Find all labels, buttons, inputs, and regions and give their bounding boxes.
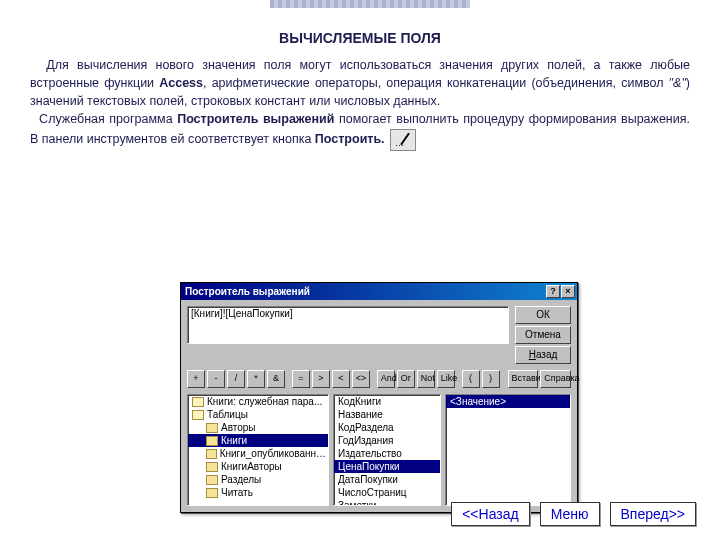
folder-icon xyxy=(192,410,204,420)
titlebar[interactable]: Построитель выражений ? × xyxy=(181,283,577,300)
expression-builder-window: Построитель выражений ? × [Книги]![ЦенаП… xyxy=(180,282,578,513)
amp-symbol: "&" xyxy=(669,76,686,90)
help-button[interactable]: Справка xyxy=(540,370,571,388)
field-item[interactable]: КодКниги xyxy=(334,395,440,408)
op-and-button[interactable]: And xyxy=(377,370,395,388)
field-item[interactable]: КодРаздела xyxy=(334,421,440,434)
folder-icon xyxy=(206,423,218,433)
close-window-button[interactable]: × xyxy=(561,285,575,298)
tree-label: КнигиАвторы xyxy=(221,460,282,473)
access-word: Access xyxy=(159,76,203,90)
text-span: Служебная программа xyxy=(39,112,177,126)
op-/-button[interactable]: / xyxy=(227,370,245,388)
page-title: ВЫЧИСЛЯЕМЫЕ ПОЛЯ xyxy=(0,30,720,46)
category-tree-pane[interactable]: Книги: служебная пара...ТаблицыАвторыКни… xyxy=(187,394,329,506)
folder-icon xyxy=(206,462,218,472)
tree-item[interactable]: Книги: служебная пара... xyxy=(188,395,328,408)
help-window-button[interactable]: ? xyxy=(546,285,560,298)
magic-wand-icon xyxy=(390,129,416,151)
op-<>-button[interactable]: <> xyxy=(352,370,370,388)
field-item[interactable]: Заметки xyxy=(334,499,440,506)
tree-label: Таблицы xyxy=(207,408,248,421)
nav-bar: <<Назад Меню Вперед>> xyxy=(451,502,696,526)
op-<-button[interactable]: < xyxy=(332,370,350,388)
op-like-button[interactable]: Like xyxy=(437,370,455,388)
builder-word: Построитель выражений xyxy=(177,112,334,126)
field-item[interactable]: ГодИздания xyxy=(334,434,440,447)
build-word: Построить. xyxy=(315,132,385,146)
value-pane[interactable]: <Значение> xyxy=(445,394,571,506)
field-item[interactable]: ЦенаПокупки xyxy=(334,460,440,473)
tree-item[interactable]: Книги xyxy=(188,434,328,447)
folder-icon xyxy=(192,397,204,407)
tree-label: Книги xyxy=(221,434,247,447)
folder-icon xyxy=(206,436,218,446)
undo-button[interactable]: Назад xyxy=(515,346,571,364)
builder-body: [Книги]![ЦенаПокупки] ОК Отмена Назад +-… xyxy=(181,300,577,512)
operator-row: +-/*&=><<>AndOrNotLike()ВставитьСправка xyxy=(187,370,571,388)
ok-button[interactable]: ОК xyxy=(515,306,571,324)
nav-menu-button[interactable]: Меню xyxy=(540,502,600,526)
titlebar-text: Построитель выражений xyxy=(185,286,545,297)
tree-label: Авторы xyxy=(221,421,256,434)
tree-item[interactable]: КнигиАвторы xyxy=(188,460,328,473)
field-list-pane[interactable]: КодКнигиНазваниеКодРазделаГодИзданияИзда… xyxy=(333,394,441,506)
value-item[interactable]: <Значение> xyxy=(446,395,570,408)
tree-item[interactable]: Таблицы xyxy=(188,408,328,421)
tree-label: Книги_опубликованн… xyxy=(220,447,326,460)
tree-item[interactable]: Разделы xyxy=(188,473,328,486)
nav-next-button[interactable]: Вперед>> xyxy=(610,502,697,526)
expression-input[interactable]: [Книги]![ЦенаПокупки] xyxy=(187,306,509,344)
text-span: , арифметические операторы, операция кон… xyxy=(203,76,669,90)
decorative-header-stripe xyxy=(270,0,470,8)
op---button[interactable]: - xyxy=(207,370,225,388)
op-=-button[interactable]: = xyxy=(292,370,310,388)
body-text: Для вычисления нового значения поля могу… xyxy=(30,56,690,151)
tree-label: Книги: служебная пара... xyxy=(207,395,322,408)
op-)-button[interactable]: ) xyxy=(482,370,500,388)
op-(-button[interactable]: ( xyxy=(462,370,480,388)
op-or-button[interactable]: Or xyxy=(397,370,415,388)
field-item[interactable]: Издательство xyxy=(334,447,440,460)
tree-item[interactable]: Читать xyxy=(188,486,328,499)
op-not-button[interactable]: Not xyxy=(417,370,435,388)
folder-icon xyxy=(206,449,217,459)
op-+-button[interactable]: + xyxy=(187,370,205,388)
op-*-button[interactable]: * xyxy=(247,370,265,388)
tree-item[interactable]: Авторы xyxy=(188,421,328,434)
folder-icon xyxy=(206,488,218,498)
tree-label: Разделы xyxy=(221,473,261,486)
op->-button[interactable]: > xyxy=(312,370,330,388)
nav-back-button[interactable]: <<Назад xyxy=(451,502,529,526)
field-item[interactable]: ЧислоСтраниц xyxy=(334,486,440,499)
field-item[interactable]: ДатаПокупки xyxy=(334,473,440,486)
cancel-button[interactable]: Отмена xyxy=(515,326,571,344)
paste-button[interactable]: Вставить xyxy=(508,370,539,388)
op-&-button[interactable]: & xyxy=(267,370,285,388)
field-item[interactable]: Название xyxy=(334,408,440,421)
tree-item[interactable]: Книги_опубликованн… xyxy=(188,447,328,460)
tree-label: Читать xyxy=(221,486,253,499)
folder-icon xyxy=(206,475,218,485)
